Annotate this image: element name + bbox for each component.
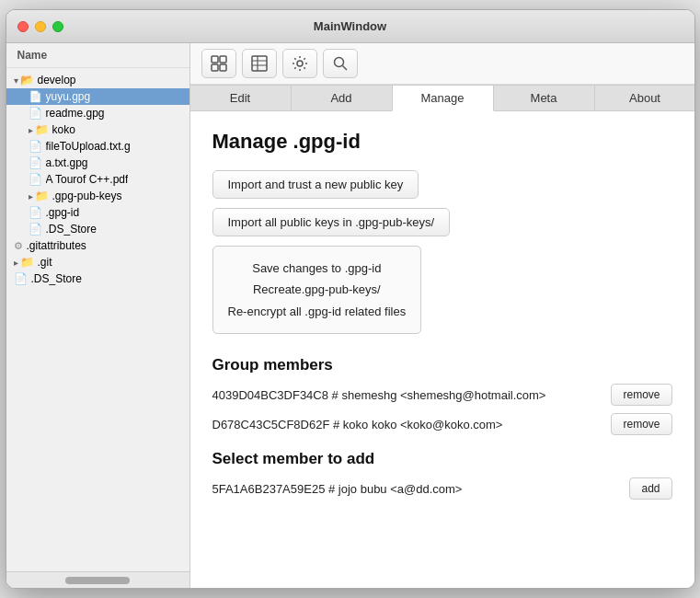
svg-point-9 [334,58,343,67]
svg-point-8 [297,61,303,66]
sidebar-item-gpg-pub-keys[interactable]: ▸ 📁 .gpg-pub-keys [6,188,189,204]
candidate-row: 5FA1A6B237A59E25 # jojo bubu <a@dd.com> … [212,477,672,500]
tab-manage[interactable]: Manage [392,85,494,111]
sidebar: Name ▾ 📂 develop 📄 yuyu.gpg 📄 readme.gpg [6,43,190,588]
sidebar-item-gpg-id[interactable]: 📄 .gpg-id [6,204,189,221]
member-row: D678C43C5CF8D62F # koko koko <koko@koko.… [212,413,672,435]
sidebar-item-ds-store-outer[interactable]: 📄 .DS_Store [6,270,189,287]
sidebar-item-label: a.txt.gpg [46,156,88,169]
chevron-right-icon: ▸ [29,191,33,201]
file-icon: 📄 [29,107,42,120]
save-line-3: Re-encrypt all .gpg-id related files [228,301,407,322]
sidebar-scrollbar[interactable] [6,571,189,588]
member-key-2: D678C43C5CF8D62F # koko koko <koko@koko.… [212,418,601,431]
sidebar-item-label: .gpg-pub-keys [52,190,122,202]
tab-edit[interactable]: Edit [190,85,292,110]
maximize-button[interactable] [52,21,63,32]
close-button[interactable] [17,21,29,32]
main-window: MainWindow Name ▾ 📂 develop 📄 yuyu.gpg [6,9,695,589]
toolbar-search-button[interactable] [323,49,358,78]
traffic-lights [17,21,63,32]
sidebar-item-develop[interactable]: ▾ 📂 develop [6,72,189,88]
gear-icon: ⚙ [14,240,23,252]
file-icon: 📄 [29,173,42,186]
file-icon: 📄 [29,140,42,153]
save-line-1: Save changes to .gpg-id [228,258,407,279]
page-title: Manage .gpg-id [212,130,672,154]
tab-about[interactable]: About [594,85,694,110]
toolbar [190,43,694,85]
sidebar-item-koko[interactable]: ▸ 📁 koko [6,121,189,138]
file-icon: 📄 [29,90,42,103]
svg-rect-0 [212,56,218,63]
folder-icon: 📁 [35,123,49,136]
sidebar-item-readme[interactable]: 📄 readme.gpg [6,105,189,121]
toolbar-table-button[interactable] [242,49,277,78]
titlebar: MainWindow [6,10,694,43]
folder-icon: 📁 [35,190,49,202]
file-icon: 📄 [14,272,28,285]
group-members-title: Group members [212,356,672,374]
candidate-key-1: 5FA1A6B237A59E25 # jojo bubu <a@dd.com> [212,482,619,496]
svg-rect-1 [220,56,226,63]
svg-rect-3 [220,64,226,71]
sidebar-item-label: .gpg-id [46,206,80,219]
chevron-right-icon: ▸ [29,125,33,135]
sidebar-item-label: A Tourof C++.pdf [46,173,129,186]
sidebar-item-label: develop [38,74,76,86]
tab-add[interactable]: Add [291,85,393,110]
sidebar-item-atxt[interactable]: 📄 a.txt.gpg [6,155,189,171]
sidebar-item-filetoupload[interactable]: 📄 fileToUpload.txt.g [6,138,189,155]
sidebar-item-gitattributes[interactable]: ⚙ .gitattributes [6,237,189,254]
chevron-down-icon: ▾ [14,75,18,86]
sidebar-item-label: .gitattributes [27,239,86,252]
add-member-1-button[interactable]: add [629,477,671,500]
window-title: MainWindow [314,19,386,33]
tab-meta[interactable]: Meta [493,85,595,110]
sidebar-tree[interactable]: ▾ 📂 develop 📄 yuyu.gpg 📄 readme.gpg ▸ [6,68,189,571]
sidebar-item-label: .git [38,256,52,269]
sidebar-item-label: yuyu.gpg [46,90,91,103]
sidebar-item-yuyu[interactable]: 📄 yuyu.gpg [6,88,189,105]
remove-member-1-button[interactable]: remove [611,384,671,406]
chevron-right-icon: ▸ [14,258,18,268]
import-all-keys-button[interactable]: Import all public keys in .gpg-pub-keys/ [212,208,451,236]
svg-rect-2 [212,64,218,71]
sidebar-item-tourof[interactable]: 📄 A Tourof C++.pdf [6,171,189,188]
content-body: Manage .gpg-id Import and trust a new pu… [190,111,694,588]
sidebar-item-label: .DS_Store [46,223,97,236]
sidebar-item-label: fileToUpload.txt.g [46,140,131,153]
content-area: Edit Add Manage Meta About Manage .gpg-i… [190,43,694,588]
save-line-2: Recreate.gpg-pub-keys/ [228,279,407,300]
minimize-button[interactable] [35,21,46,32]
member-row: 4039D04BC3DF34C8 # shemeshg <shemeshg@ho… [212,384,672,406]
tab-bar: Edit Add Manage Meta About [190,85,694,111]
folder-icon: 📁 [20,256,34,269]
toolbar-grid-button[interactable] [201,49,236,78]
scrollbar-thumb [65,577,130,584]
file-icon: 📄 [29,223,42,236]
sidebar-item-git[interactable]: ▸ 📁 .git [6,254,189,270]
sidebar-item-label: readme.gpg [46,107,105,120]
svg-line-10 [342,66,347,71]
remove-member-2-button[interactable]: remove [611,413,671,435]
toolbar-settings-button[interactable] [282,49,317,78]
folder-open-icon: 📂 [20,74,34,86]
file-icon: 📄 [29,156,42,169]
select-member-title: Select member to add [212,450,672,468]
sidebar-item-ds-store-inner[interactable]: 📄 .DS_Store [6,221,189,237]
sidebar-item-label: koko [52,123,75,136]
member-key-1: 4039D04BC3DF34C8 # shemeshg <shemeshg@ho… [212,388,601,402]
file-icon: 📄 [29,206,42,219]
sidebar-item-label: .DS_Store [31,272,82,285]
sidebar-header: Name [6,43,189,68]
svg-rect-4 [252,56,267,71]
save-box[interactable]: Save changes to .gpg-id Recreate.gpg-pub… [212,246,422,334]
main-layout: Name ▾ 📂 develop 📄 yuyu.gpg 📄 readme.gpg [6,43,694,588]
import-new-key-button[interactable]: Import and trust a new public key [212,170,419,199]
